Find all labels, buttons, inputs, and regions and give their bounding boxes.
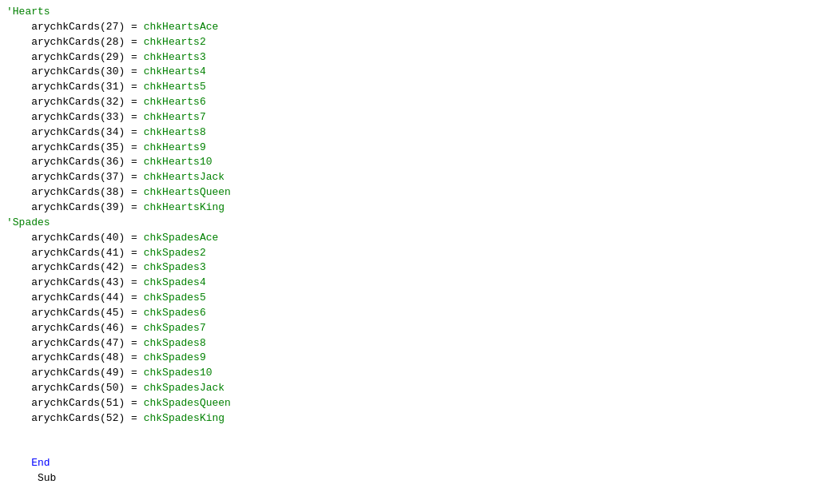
card-name: chkHearts7 — [144, 111, 206, 123]
paren-open: ( — [100, 141, 106, 153]
card-name: chkSpadesQueen — [144, 397, 231, 409]
paren-open: ( — [100, 292, 106, 304]
equals: = — [125, 96, 143, 108]
hearts-line-29: arychkCards(29) = chkHearts3 — [6, 50, 812, 65]
index-num: 44 — [106, 292, 119, 304]
func-name: arychkCards — [31, 292, 100, 304]
card-name: chkHearts8 — [144, 126, 206, 138]
equals: = — [125, 412, 143, 424]
card-name: chkSpadesKing — [144, 412, 224, 424]
paren-open: ( — [100, 36, 106, 48]
func-name: arychkCards — [31, 382, 100, 394]
paren-open: ( — [100, 96, 106, 108]
card-name: chkSpades4 — [144, 276, 206, 288]
paren-open: ( — [100, 126, 106, 138]
func-name: arychkCards — [31, 126, 100, 138]
index-num: 27 — [106, 21, 119, 33]
spades-line-42: arychkCards(42) = chkSpades3 — [6, 260, 812, 276]
hearts-line-33: arychkCards(33) = chkHearts7 — [6, 110, 812, 125]
hearts-lines-container: arychkCards(27) = chkHeartsAce arychkCar… — [6, 20, 812, 216]
paren-open: ( — [100, 186, 106, 198]
equals: = — [125, 171, 143, 183]
spades-line-45: arychkCards(45) = chkSpades6 — [6, 306, 812, 321]
equals: = — [125, 141, 143, 153]
paren-open: ( — [100, 276, 106, 288]
equals: = — [125, 382, 143, 394]
card-name: chkHearts3 — [144, 51, 206, 63]
hearts-line-39: arychkCards(39) = chkHeartsKing — [6, 200, 812, 216]
index-num: 43 — [106, 276, 119, 288]
func-name: arychkCards — [31, 65, 100, 77]
hearts-line-34: arychkCards(34) = chkHearts8 — [6, 125, 812, 141]
func-name: arychkCards — [31, 322, 100, 334]
spades-line-52: arychkCards(52) = chkSpadesKing — [6, 411, 812, 427]
spades-line-44: arychkCards(44) = chkSpades5 — [6, 291, 812, 306]
func-name: arychkCards — [31, 141, 100, 153]
func-name: arychkCards — [31, 96, 100, 108]
card-name: chkHearts6 — [144, 96, 206, 108]
paren-open: ( — [100, 261, 106, 273]
func-name: arychkCards — [31, 186, 100, 198]
sub-keyword: Sub — [31, 472, 56, 484]
equals: = — [125, 51, 143, 63]
equals: = — [125, 276, 143, 288]
index-num: 42 — [106, 261, 119, 273]
index-num: 37 — [106, 171, 119, 183]
paren-open: ( — [100, 322, 106, 334]
card-name: chkHeartsAce — [144, 21, 219, 33]
equals: = — [125, 232, 143, 244]
func-name: arychkCards — [31, 232, 100, 244]
paren-open: ( — [100, 412, 106, 424]
index-num: 31 — [106, 81, 119, 93]
index-num: 30 — [106, 65, 119, 77]
code-editor: 'Hearts arychkCards(27) = chkHeartsAce a… — [0, 3, 818, 504]
equals: = — [125, 81, 143, 93]
spades-line-47: arychkCards(47) = chkSpades8 — [6, 336, 812, 351]
func-name: arychkCards — [31, 337, 100, 349]
hearts-line-36: arychkCards(36) = chkHearts10 — [6, 155, 812, 170]
card-name: chkSpadesAce — [144, 232, 219, 244]
hearts-line-28: arychkCards(28) = chkHearts2 — [6, 35, 812, 50]
paren-open: ( — [100, 201, 106, 213]
equals: = — [125, 111, 143, 123]
func-name: arychkCards — [31, 36, 100, 48]
func-name: arychkCards — [31, 351, 100, 363]
spades-lines-container: arychkCards(40) = chkSpadesAce arychkCar… — [6, 231, 812, 427]
func-name: arychkCards — [31, 412, 100, 424]
func-name: arychkCards — [31, 276, 100, 288]
spades-line-49: arychkCards(49) = chkSpades10 — [6, 366, 812, 381]
equals: = — [125, 292, 143, 304]
paren-open: ( — [100, 232, 106, 244]
func-name: arychkCards — [31, 261, 100, 273]
index-num: 34 — [106, 126, 119, 138]
spades-line-43: arychkCards(43) = chkSpades4 — [6, 276, 812, 291]
card-name: chkSpades9 — [144, 351, 206, 363]
hearts-line-31: arychkCards(31) = chkHearts5 — [6, 80, 812, 95]
hearts-line-30: arychkCards(30) = chkHearts4 — [6, 65, 812, 80]
equals: = — [125, 186, 143, 198]
paren-open: ( — [100, 382, 106, 394]
spades-comment: 'Spades — [6, 216, 812, 231]
card-name: chkHearts9 — [144, 141, 206, 153]
hearts-comment: 'Hearts — [6, 5, 812, 20]
equals: = — [125, 351, 143, 363]
paren-open: ( — [100, 367, 106, 379]
index-num: 48 — [106, 351, 119, 363]
equals: = — [125, 36, 143, 48]
empty-line — [6, 427, 812, 442]
equals: = — [125, 65, 143, 77]
card-name: chkHeartsKing — [144, 201, 224, 213]
hearts-line-32: arychkCards(32) = chkHearts6 — [6, 95, 812, 110]
hearts-line-37: arychkCards(37) = chkHeartsJack — [6, 170, 812, 185]
equals: = — [125, 247, 143, 259]
end-sub-line: End Sub — [6, 441, 812, 501]
func-name: arychkCards — [31, 81, 100, 93]
index-num: 51 — [106, 397, 119, 409]
index-num: 28 — [106, 36, 119, 48]
index-num: 29 — [106, 51, 119, 63]
paren-open: ( — [100, 351, 106, 363]
equals: = — [125, 261, 143, 273]
index-num: 35 — [106, 141, 119, 153]
card-name: chkSpadesJack — [144, 382, 224, 394]
index-num: 32 — [106, 96, 119, 108]
